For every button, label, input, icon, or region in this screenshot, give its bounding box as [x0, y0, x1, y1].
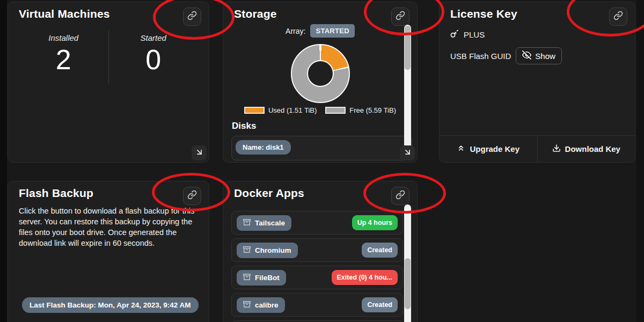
arrow-down-right-icon [403, 148, 412, 159]
upgrade-key-button[interactable]: Upgrade Key [440, 136, 537, 162]
storage-title: Storage [234, 8, 277, 20]
legend-item-used: Used (1.51 TiB) [244, 106, 317, 114]
link-icon [396, 11, 405, 23]
docker-app-pill[interactable]: Chromium [237, 243, 298, 258]
flash-backup-description: Click the button to download a flash bac… [19, 206, 208, 248]
license-key-link-button[interactable] [609, 8, 627, 26]
license-footer: Upgrade Key Download Key [440, 135, 635, 162]
docker-scrollbar-thumb[interactable] [405, 258, 411, 309]
flash-backup-title: Flash Backup [19, 187, 93, 200]
link-icon [187, 190, 197, 202]
free-swatch [325, 107, 346, 114]
docker-apps-list: Tailscale Up 4 hours Chromium Created Fi… [231, 211, 403, 320]
download-key-button[interactable]: Download Key [537, 136, 635, 162]
license-guid-row: USB Flash GUID Show [450, 47, 562, 64]
legend-used-label: Used (1.51 TiB) [268, 106, 317, 114]
storage-resize-handle[interactable] [400, 145, 415, 160]
license-tier-label: PLUS [464, 30, 485, 39]
link-icon [187, 11, 197, 23]
docker-app-row[interactable]: Tailscale Up 4 hours [231, 211, 403, 235]
docker-status-badge: Exited (0) 4 hou... [332, 270, 398, 285]
vm-started-value: 0 [109, 43, 199, 76]
chevrons-up-icon [457, 144, 465, 154]
container-icon [243, 301, 251, 310]
array-status-badge: STARTED [310, 24, 355, 38]
array-label: Array: [286, 27, 305, 35]
page-right-gutter [636, 0, 644, 322]
guid-label: USB Flash GUID [450, 52, 511, 61]
virtual-machines-link-button[interactable] [183, 8, 201, 26]
array-status-row: Array: STARTED [223, 24, 417, 38]
docker-apps-card: Docker Apps Tailscale Up 4 hours Chromiu… [223, 181, 418, 322]
docker-app-row[interactable]: Chromium Created [231, 238, 403, 262]
virtual-machines-title: Virtual Machines [19, 8, 110, 20]
docker-scrollbar[interactable] [404, 204, 411, 322]
docker-app-row[interactable]: calibre Created [231, 293, 403, 317]
show-guid-label: Show [535, 52, 555, 61]
disk-list-item[interactable]: Name: disk1 [231, 136, 412, 160]
container-icon [243, 218, 251, 228]
docker-app-name: Tailscale [255, 219, 285, 227]
license-key-card: License Key PLUS USB Flash GUID Show Upg… [439, 2, 635, 163]
legend-free-label: Free (5.59 TiB) [349, 106, 396, 114]
container-icon [243, 246, 251, 255]
storage-scrollbar-thumb[interactable] [405, 26, 411, 70]
used-swatch [244, 107, 265, 114]
last-flash-backup-badge: Last Flash Backup: Mon, Apr 24, 2023, 9:… [22, 297, 199, 313]
docker-app-pill[interactable]: calibre [237, 297, 285, 313]
docker-status-badge: Created [362, 243, 398, 258]
docker-app-name: calibre [255, 301, 279, 309]
download-key-label: Download Key [565, 144, 620, 153]
license-tier-row: PLUS [450, 30, 485, 40]
license-key-title: License Key [450, 8, 517, 20]
docker-app-row[interactable]: FileBot Exited (0) 4 hou... [231, 266, 403, 289]
docker-app-name: FileBot [255, 274, 280, 282]
docker-status-badge: Up 4 hours [352, 215, 398, 230]
container-icon [243, 273, 251, 282]
vm-stats: Installed 2 Started 0 [19, 30, 198, 83]
disks-heading: Disks [232, 121, 256, 131]
storage-card: Storage Array: STARTED Used (1.51 TiB) F… [223, 2, 418, 163]
vm-installed-value: 2 [19, 43, 108, 76]
show-guid-button[interactable]: Show [516, 47, 562, 64]
download-icon [552, 144, 561, 154]
vm-started-stat: Started 0 [108, 30, 199, 83]
storage-scrollbar[interactable] [404, 25, 411, 160]
docker-apps-title: Docker Apps [234, 187, 304, 200]
link-icon [396, 190, 405, 202]
flash-backup-card: Flash Backup Click the button to downloa… [8, 181, 209, 322]
storage-chart-legend: Used (1.51 TiB) Free (5.59 TiB) [223, 106, 417, 114]
docker-apps-link-button[interactable] [391, 187, 409, 205]
vm-started-label: Started [109, 33, 199, 42]
disk-name-badge: Name: disk1 [236, 140, 291, 155]
page-left-gutter [0, 0, 7, 322]
legend-item-free: Free (5.59 TiB) [325, 106, 396, 114]
docker-app-pill[interactable]: FileBot [237, 270, 286, 286]
vm-installed-stat: Installed 2 [19, 30, 108, 83]
docker-app-name: Chromium [255, 246, 291, 254]
storage-usage-donut-chart [291, 44, 350, 103]
vm-resize-handle[interactable] [192, 145, 207, 160]
flash-backup-link-button[interactable] [183, 187, 201, 205]
vm-installed-label: Installed [19, 33, 108, 42]
docker-app-pill[interactable]: Tailscale [237, 215, 291, 231]
eye-off-icon [522, 50, 531, 61]
virtual-machines-card: Virtual Machines Installed 2 Started 0 [8, 2, 209, 163]
key-icon [450, 30, 459, 40]
docker-status-badge: Created [362, 297, 398, 312]
upgrade-key-label: Upgrade Key [470, 144, 519, 153]
arrow-down-right-icon [195, 148, 204, 159]
link-icon [613, 11, 623, 23]
storage-link-button[interactable] [391, 8, 409, 26]
